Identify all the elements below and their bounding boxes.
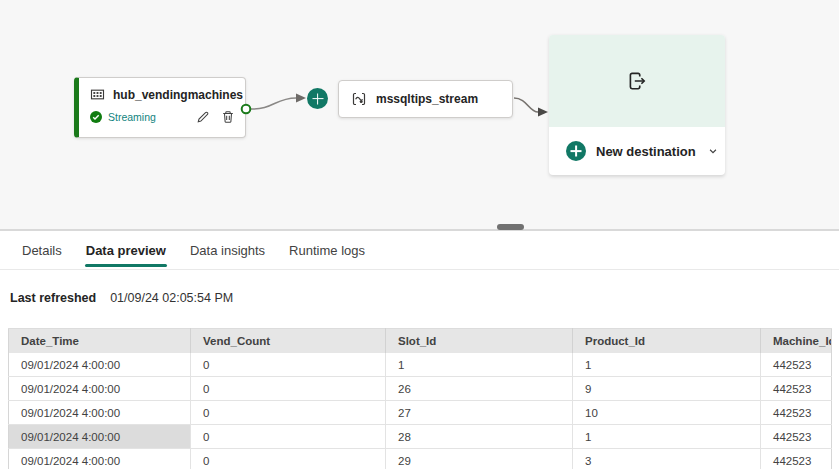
table-cell[interactable]: 9 [573, 377, 761, 401]
stream-node-title: mssqltips_stream [376, 92, 478, 106]
table-cell[interactable]: 1 [573, 425, 761, 449]
source-node-hub-vendingmachines[interactable]: hub_vendingmachines Streaming [74, 77, 246, 138]
chevron-down-icon [708, 146, 718, 156]
column-header-product_id: Product_Id [573, 329, 761, 354]
source-node-status: Streaming [108, 111, 156, 123]
table-cell[interactable]: 29 [386, 449, 573, 469]
horizontal-scrollbar-thumb[interactable] [497, 224, 524, 230]
destination-drop-area[interactable] [549, 35, 725, 127]
table-header-row: Date_TimeVend_CountSlot_IdProduct_IdMach… [9, 329, 832, 354]
source-node-title: hub_vendingmachines [113, 88, 243, 102]
column-header-date_time: Date_Time [9, 329, 191, 354]
tab-label: Runtime logs [289, 243, 365, 258]
table-cell[interactable]: 27 [386, 401, 573, 425]
table-cell[interactable]: 1 [573, 353, 761, 377]
check-circle-icon [90, 111, 102, 123]
table-cell[interactable]: 10 [573, 401, 761, 425]
trash-icon[interactable] [221, 110, 235, 124]
table-row: 09/01/2024 4:00:0002710442523 [9, 401, 832, 425]
table-row: 09/01/2024 4:00:00011442523 [9, 353, 832, 377]
column-header-slot_id: Slot_Id [386, 329, 573, 354]
table-cell[interactable]: 0 [191, 449, 386, 469]
data-preview-table: Date_TimeVend_CountSlot_IdProduct_IdMach… [8, 328, 832, 469]
table-cell[interactable]: 442523 [761, 449, 832, 469]
table-cell[interactable]: 09/01/2024 4:00:00 [9, 353, 191, 377]
last-refreshed-label: Last refreshed [10, 291, 96, 305]
eventstream-canvas: hub_vendingmachines Streaming [0, 0, 839, 231]
table-cell[interactable]: 442523 [761, 425, 832, 449]
new-destination-button[interactable]: New destination [549, 127, 725, 175]
tab-runtime-logs[interactable]: Runtime logs [277, 231, 377, 269]
add-operation-button[interactable] [307, 88, 328, 109]
table-cell[interactable]: 28 [386, 425, 573, 449]
table-cell[interactable]: 26 [386, 377, 573, 401]
table-cell[interactable]: 0 [191, 401, 386, 425]
tab-data-preview[interactable]: Data preview [74, 231, 178, 269]
table-cell[interactable]: 0 [191, 425, 386, 449]
table-cell[interactable]: 09/01/2024 4:00:00 [9, 377, 191, 401]
pencil-icon[interactable] [196, 110, 210, 124]
plus-icon [566, 141, 586, 161]
stream-node-mssqltips-stream[interactable]: mssqltips_stream [338, 80, 513, 118]
tab-details[interactable]: Details [10, 231, 74, 269]
table-cell[interactable]: 09/01/2024 4:00:00 [9, 425, 191, 449]
table-row: 09/01/2024 4:00:000281442523 [9, 425, 832, 449]
event-hub-icon [90, 87, 105, 102]
last-refreshed-value: 01/09/24 02:05:54 PM [110, 291, 233, 305]
export-icon [626, 70, 648, 92]
last-refreshed: Last refreshed 01/09/24 02:05:54 PM [10, 291, 233, 305]
table-cell[interactable]: 0 [191, 353, 386, 377]
active-tab-underline [85, 264, 167, 267]
table-row: 09/01/2024 4:00:000269442523 [9, 377, 832, 401]
table-cell[interactable]: 1 [386, 353, 573, 377]
table-cell[interactable]: 09/01/2024 4:00:00 [9, 401, 191, 425]
table-cell[interactable]: 442523 [761, 353, 832, 377]
tab-label: Data preview [86, 243, 166, 258]
tab-data-insights[interactable]: Data insights [178, 231, 277, 269]
new-destination-label: New destination [596, 144, 696, 159]
destination-placeholder-card[interactable]: New destination [549, 35, 725, 175]
tab-label: Details [22, 243, 62, 258]
stream-icon [351, 91, 367, 107]
table-cell[interactable]: 442523 [761, 401, 832, 425]
table-row: 09/01/2024 4:00:000293442523 [9, 449, 832, 469]
column-header-machine_id: Machine_Id [761, 329, 832, 354]
tab-bar: DetailsData previewData insightsRuntime … [0, 231, 839, 270]
table-cell[interactable]: 442523 [761, 377, 832, 401]
table-cell[interactable]: 3 [573, 449, 761, 469]
tab-label: Data insights [190, 243, 265, 258]
table-cell[interactable]: 09/01/2024 4:00:00 [9, 449, 191, 469]
column-header-vend_count: Vend_Count [191, 329, 386, 354]
table-cell[interactable]: 0 [191, 377, 386, 401]
